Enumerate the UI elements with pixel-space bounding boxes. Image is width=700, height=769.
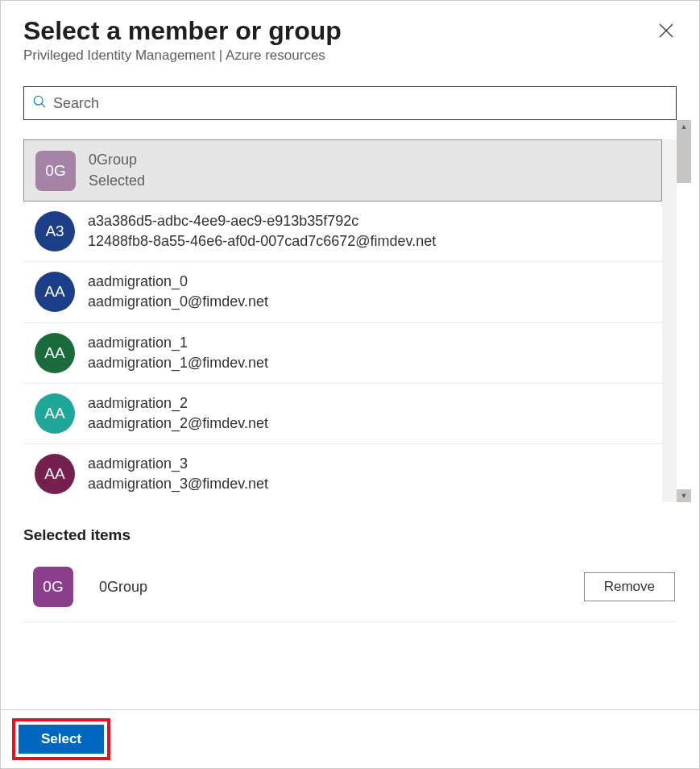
member-name: 0Group — [89, 150, 650, 170]
selected-items-section: Selected items 0G0GroupRemove — [23, 526, 677, 622]
member-name: aadmigration_1 — [88, 333, 651, 353]
search-box[interactable] — [23, 86, 677, 120]
panel-subtitle: Privileged Identity Management | Azure r… — [23, 48, 656, 64]
panel-header: Select a member or group Privileged Iden… — [1, 1, 699, 70]
search-input[interactable] — [53, 95, 668, 112]
avatar: AA — [35, 454, 75, 494]
avatar: AA — [35, 272, 75, 312]
member-text: 0GroupSelected — [89, 150, 650, 190]
avatar: 0G — [33, 567, 73, 607]
selected-items-heading: Selected items — [23, 526, 677, 544]
member-name: aadmigration_3 — [88, 454, 651, 474]
member-text: aadmigration_0aadmigration_0@fimdev.net — [88, 272, 651, 312]
search-icon — [32, 94, 47, 112]
close-icon[interactable] — [656, 20, 677, 44]
member-name: a3a386d5-adbc-4ee9-aec9-e913b35f792c — [88, 211, 651, 231]
member-text: a3a386d5-adbc-4ee9-aec9-e913b35f792c1248… — [88, 211, 651, 251]
member-list-item[interactable]: AAaadmigration_1aadmigration_1@fimdev.ne… — [23, 323, 662, 384]
avatar: 0G — [35, 151, 76, 191]
member-list-wrap: 0G0GroupSelectedA3a3a386d5-adbc-4ee9-aec… — [23, 120, 677, 502]
avatar: AA — [35, 333, 75, 373]
panel-footer: Select — [1, 709, 699, 768]
member-name: aadmigration_2 — [88, 393, 651, 414]
member-subtitle: aadmigration_3@fimdev.net — [88, 474, 651, 494]
member-list-item[interactable]: AAaadmigration_0aadmigration_0@fimdev.ne… — [23, 262, 662, 322]
member-text: aadmigration_2aadmigration_2@fimdev.net — [88, 393, 651, 434]
member-name: aadmigration_0 — [88, 272, 651, 292]
svg-line-1 — [42, 104, 46, 108]
svg-point-0 — [34, 97, 43, 106]
member-subtitle: aadmigration_1@fimdev.net — [88, 353, 651, 373]
panel-title: Select a member or group — [23, 15, 656, 46]
panel-content: 0G0GroupSelectedA3a3a386d5-adbc-4ee9-aec… — [1, 70, 699, 709]
header-text: Select a member or group Privileged Iden… — [23, 15, 656, 64]
remove-button[interactable]: Remove — [584, 572, 675, 601]
member-list-item[interactable]: 0G0GroupSelected — [23, 139, 662, 201]
member-list[interactable]: 0G0GroupSelectedA3a3a386d5-adbc-4ee9-aec… — [23, 139, 677, 502]
select-button[interactable]: Select — [19, 725, 104, 754]
member-subtitle: aadmigration_0@fimdev.net — [88, 292, 651, 312]
member-list-item[interactable]: AAaadmigration_3aadmigration_3@fimdev.ne… — [23, 444, 662, 502]
selected-items-list: 0G0GroupRemove — [23, 559, 677, 622]
avatar: AA — [35, 393, 75, 434]
scroll-thumb[interactable] — [677, 133, 691, 183]
scroll-down-arrow[interactable]: ▼ — [677, 489, 691, 502]
member-subtitle: 12488fb8-8a55-46e6-af0d-007cad7c6672@fim… — [88, 231, 651, 251]
member-list-item[interactable]: AAaadmigration_2aadmigration_2@fimdev.ne… — [23, 384, 662, 444]
member-subtitle: Selected — [89, 171, 650, 191]
selected-item: 0G0GroupRemove — [23, 559, 677, 622]
member-list-item[interactable]: A3a3a386d5-adbc-4ee9-aec9-e913b35f792c12… — [23, 202, 662, 262]
scroll-up-arrow[interactable]: ▲ — [677, 120, 691, 133]
member-text: aadmigration_1aadmigration_1@fimdev.net — [88, 333, 651, 373]
avatar: A3 — [35, 211, 75, 251]
member-text: aadmigration_3aadmigration_3@fimdev.net — [88, 454, 651, 494]
member-subtitle: aadmigration_2@fimdev.net — [88, 414, 651, 434]
selected-item-name: 0Group — [99, 579, 584, 596]
